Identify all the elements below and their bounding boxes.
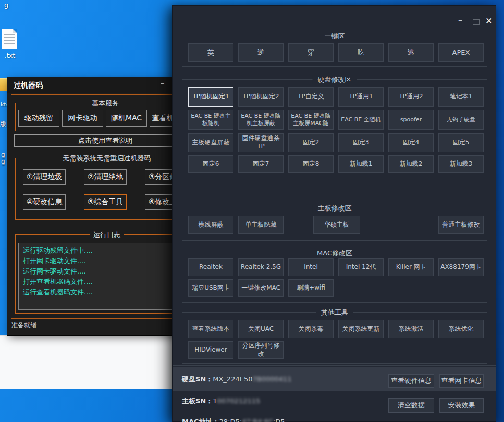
btn-view-hardware-info[interactable]: 查看硬件信息: [388, 374, 434, 388]
btn-brush-wifi[interactable]: 刷满+wifi: [288, 279, 334, 297]
btn-disable-antivirus[interactable]: 关闭杀毒: [288, 320, 334, 338]
btn-hidviewer[interactable]: HIDViewer: [188, 341, 233, 359]
btn-fixed-4[interactable]: 固定4: [388, 133, 434, 152]
minimize-button[interactable]: –: [458, 15, 462, 25]
btn-ni[interactable]: 逆: [238, 43, 284, 62]
disk-sn-label: 硬盘SN：: [182, 375, 213, 383]
section-board-modify: 主板修改区 横线屏蔽 单主板隐藏 华硕主板 普通主板修改: [182, 208, 487, 241]
disk-row-3: 主板硬盘屏蔽 固件硬盘通杀TP 固定2 固定3 固定4 固定5: [188, 133, 481, 152]
divider: [173, 365, 496, 366]
btn-clean-trash[interactable]: ①清理垃圾: [23, 169, 66, 185]
btn-fixed-3[interactable]: 固定3: [338, 133, 384, 152]
btn-hard-modify-info[interactable]: ④硬改信息: [23, 194, 66, 210]
btn-tao[interactable]: 逃: [388, 43, 434, 62]
btn-asus-board[interactable]: 华硕主板: [313, 216, 360, 234]
btn-system-activate[interactable]: 系统激活: [388, 320, 434, 338]
log-line: 运行网卡驱动文件....: [23, 266, 191, 277]
btn-normal-board-modify[interactable]: 普通主板修改: [438, 216, 484, 234]
btn-fixed-7[interactable]: 固定7: [238, 155, 284, 173]
desktop-icon-label-partial[interactable]: g: [4, 1, 8, 9]
disk-sn-redacted: 7B0000411: [252, 375, 291, 383]
board-sn-redacted: 0070212115: [217, 397, 261, 405]
background-white-window: [0, 335, 180, 389]
btn-tp-common-1[interactable]: TP通用1: [338, 87, 384, 107]
btn-tp-custom[interactable]: TP自定义: [288, 87, 334, 107]
btn-single-board-hide[interactable]: 单主板隐藏: [238, 216, 284, 234]
mac-address-line: MAC地址：38:D5:47:B4:6C:D5: [182, 417, 285, 422]
section-title: 其他工具: [316, 308, 353, 317]
btn-board-disk-hide[interactable]: 主板硬盘屏蔽: [188, 133, 233, 152]
window-title: 过机器码: [14, 81, 43, 90]
disk-row-4: 固定6 固定7 固定8 新加载1 新加载2 新加载3: [188, 155, 481, 173]
minimize-button[interactable]: –: [161, 79, 165, 88]
btn-realtek-25g[interactable]: Realtek 2.5G: [238, 258, 284, 276]
btn-clear-data[interactable]: 清空数据: [388, 398, 434, 413]
section-onekey: 一键区 英 逆 穿 吃 逃 APEX: [182, 36, 487, 67]
text-file-icon[interactable]: [2, 29, 17, 49]
page-fold-icon: [13, 29, 17, 33]
btn-new-load-3[interactable]: 新加载3: [438, 155, 484, 173]
desktop-label-partial-2[interactable]: g: [1, 151, 5, 158]
text-file-label[interactable]: .txt: [1, 52, 19, 59]
btn-fixed-2[interactable]: 固定2: [288, 133, 334, 152]
disk-sn-line: 硬盘SN：MX_224E507B0000411: [182, 375, 292, 384]
btn-killer-nic[interactable]: Killer-网卡: [388, 258, 434, 276]
btn-no-hook-disk[interactable]: 无钩子硬盘: [438, 110, 484, 130]
group-title: 运行日志: [90, 230, 124, 240]
btn-apex[interactable]: APEX: [438, 43, 484, 62]
btn-disable-update[interactable]: 关闭系统更新: [338, 320, 384, 338]
divider: [11, 150, 199, 150]
btn-fixed-5[interactable]: 固定5: [438, 133, 484, 152]
maximize-button[interactable]: [473, 19, 480, 25]
btn-driver-residue[interactable]: 驱动残留: [18, 110, 59, 127]
btn-eac-be-all-random[interactable]: EAC BE 全随机: [338, 110, 384, 130]
btn-view-system-version[interactable]: 查看系统版本: [188, 320, 233, 338]
btn-system-optimize[interactable]: 系统优化: [438, 320, 484, 338]
btn-chuan[interactable]: 穿: [288, 43, 334, 62]
status-text: 准备就绪: [11, 321, 36, 330]
mac-suffix: :D5: [273, 418, 285, 422]
btn-onekey-modify-mac[interactable]: 一键修改MAC: [238, 279, 284, 297]
log-line: 运行查看机器码文件....: [23, 287, 191, 297]
btn-disable-uac[interactable]: 关闭UAC: [238, 320, 284, 338]
btn-new-load-1[interactable]: 新加载1: [338, 155, 384, 173]
group-no-reinstall: 无需装系统无需重启过机器码 ①清理垃圾 ②清理绝地 ③分区修改 ④硬改信息 ⑤综…: [15, 158, 199, 220]
btn-ax88179-nic[interactable]: AX88179网卡: [438, 258, 484, 276]
btn-fixed-6[interactable]: 固定6: [188, 155, 233, 173]
desktop-label-partial-3[interactable]: g: [1, 158, 5, 165]
btn-tp-random-fixed-2[interactable]: TP随机固定2: [238, 87, 284, 107]
btn-spoofer[interactable]: spoofer: [388, 110, 434, 130]
btn-eac-be-disk-random-board-hide-mac[interactable]: EAC BE 硬盘随主板屏MAC随: [288, 110, 334, 130]
btn-laptop-1[interactable]: 笔记本1: [438, 87, 484, 107]
btn-ying[interactable]: 英: [188, 43, 233, 62]
btn-line-hide[interactable]: 横线屏蔽: [188, 216, 233, 234]
btn-nic-driver[interactable]: 网卡驱动: [62, 110, 103, 127]
btn-intel-12[interactable]: Intel 12代: [338, 258, 384, 276]
btn-tp-common-2[interactable]: TP通用2: [388, 87, 434, 107]
btn-partition-serial-modify[interactable]: 分区序列号修改: [238, 341, 284, 359]
btn-random-mac[interactable]: 随机MAC: [106, 110, 147, 127]
disk-row-1: TP随机固定1 TP随机固定2 TP自定义 TP通用1 TP通用2 笔记本1: [188, 87, 481, 107]
btn-new-load-2[interactable]: 新加载2: [388, 155, 434, 173]
btn-tp-random-fixed-1[interactable]: TP随机固定1: [188, 87, 233, 107]
section-title: 主板修改区: [313, 204, 357, 213]
btn-realtek-usb-nic[interactable]: 瑞昱USB网卡: [188, 279, 233, 297]
btn-eac-be-disk-board-random[interactable]: EAC BE 硬盘主板随机: [188, 110, 233, 130]
btn-firmware-disk-kill-tp[interactable]: 固件硬盘通杀TP: [238, 133, 284, 152]
btn-intel[interactable]: Intel: [288, 258, 334, 276]
btn-chi[interactable]: 吃: [338, 43, 384, 62]
btn-view-nic-info[interactable]: 查看网卡信息: [439, 374, 484, 388]
btn-combo-tools[interactable]: ⑤综合工具: [84, 194, 127, 210]
btn-clean-pubg[interactable]: ②清理绝地: [84, 169, 127, 185]
close-button[interactable]: ✕: [485, 16, 493, 26]
page-lines-icon: [4, 34, 15, 46]
btn-install-effect[interactable]: 安装效果: [439, 398, 484, 413]
desktop-label-partial-1[interactable]: 版: [0, 120, 6, 129]
btn-usage-help[interactable]: 点击使用查看说明: [14, 134, 196, 147]
btn-eac-be-disk-random-board-hide[interactable]: EAC BE 硬盘随机主板屏蔽: [238, 110, 284, 130]
run-log-box[interactable]: 运行驱动残留文件中.... 打开网卡驱动文件.... 运行网卡驱动文件.... …: [18, 243, 196, 310]
footer-info-panel: 硬盘SN：MX_224E507B0000411 查看硬件信息 查看网卡信息 主板…: [173, 365, 496, 422]
board-row: 横线屏蔽 单主板隐藏 华硕主板 普通主板修改: [188, 216, 481, 234]
btn-realtek[interactable]: Realtek: [188, 258, 233, 276]
btn-fixed-8[interactable]: 固定8: [288, 155, 334, 173]
